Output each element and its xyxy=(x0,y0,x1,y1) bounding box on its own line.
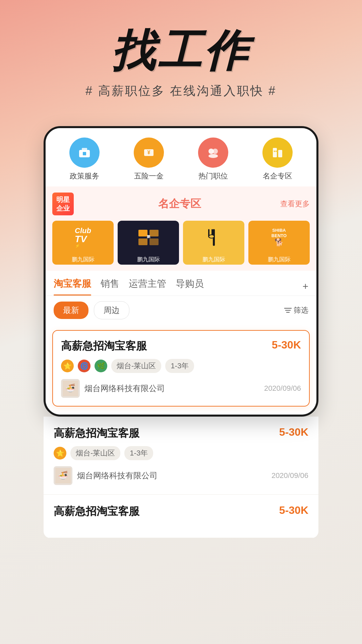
svg-point-21 xyxy=(209,235,214,238)
filter-label: 筛选 xyxy=(294,305,308,315)
highlighted-job-card[interactable]: 高薪急招淘宝客服 5-30K ⭐ 🌀 🌿 烟台-莱山区 1-3年 🍜 xyxy=(52,330,310,407)
company-info-highlight: 🍜 烟台网络科技有限公司 xyxy=(61,379,264,398)
featured-title: 名企专区 xyxy=(79,197,280,211)
hero-subtitle: # 高薪职位多 在线沟通入职快 # xyxy=(20,83,342,99)
svg-rect-12 xyxy=(138,230,147,236)
tab-taobao[interactable]: 淘宝客服 xyxy=(54,277,91,296)
job-date-2: 2020/09/06 xyxy=(272,471,308,480)
svg-text:🍜: 🍜 xyxy=(58,470,68,480)
job-title-2: 高薪急招淘宝客服 xyxy=(54,426,139,441)
job-salary-3: 5-30K xyxy=(279,504,308,517)
svg-rect-2 xyxy=(83,152,86,155)
job-tabs: 淘宝客服 销售 运营主管 导购员 + xyxy=(46,271,316,296)
job-card-3-top: 高薪急招淘宝客服 5-30K xyxy=(54,504,308,519)
company-name-4: 鹏九国际 xyxy=(248,254,310,265)
job-date-highlight: 2020/09/06 xyxy=(264,384,301,393)
category-label-famous: 名企专区 xyxy=(263,171,292,181)
company-logo-box-1: Club TV ⚡ xyxy=(52,221,114,254)
filter-screen-button[interactable]: 筛选 xyxy=(284,305,308,315)
job-experience-2: 1-3年 xyxy=(124,446,153,460)
tab-operations[interactable]: 运营主管 xyxy=(129,277,166,296)
company-logo-4[interactable]: SHIBA BENTO 🐕 鹏九国际 xyxy=(248,221,310,265)
category-label-hotjobs: 热门职位 xyxy=(198,171,228,181)
category-item-famous[interactable]: 名企专区 xyxy=(262,138,293,181)
svg-rect-15 xyxy=(149,238,159,245)
svg-rect-11 xyxy=(276,151,277,152)
svg-text:¥: ¥ xyxy=(147,150,150,155)
company-logo-1[interactable]: Club TV ⚡ 鹏九国际 xyxy=(52,221,114,265)
company-logo-box-4: SHIBA BENTO 🐕 xyxy=(248,221,310,254)
job-title-highlight: 高薪急招淘宝客服 xyxy=(61,339,147,354)
job-company-row-highlight: 🍜 烟台网络科技有限公司 2020/09/06 xyxy=(61,379,301,398)
svg-text:鹏: 鹏 xyxy=(146,235,150,238)
job-card-3[interactable]: 高薪急招淘宝客服 5-30K xyxy=(44,495,318,538)
company-logo-3[interactable]: 鹏九国际 xyxy=(183,221,244,265)
svg-point-6 xyxy=(213,149,218,154)
policy-icon xyxy=(69,138,100,168)
company-name-2: 鹏九国际 xyxy=(118,254,179,265)
svg-rect-14 xyxy=(138,238,147,245)
company-thumb-2: 🍜 xyxy=(54,466,72,485)
job-card-2[interactable]: 高薪急招淘宝客服 5-30K ⭐ 烟台-莱山区 1-3年 🍜 烟台网络科技有限公… xyxy=(44,417,318,495)
job-company-row-2: 🍜 烟台网络科技有限公司 2020/09/06 xyxy=(54,466,308,485)
category-item-policy[interactable]: 政策服务 xyxy=(69,138,100,181)
job-tags-2: ⭐ 烟台-莱山区 1-3年 xyxy=(54,446,308,460)
tag-face-icon: 🌀 xyxy=(78,360,90,372)
famous-icon xyxy=(262,138,293,168)
tab-sales[interactable]: 销售 xyxy=(101,277,119,296)
phone-mockup: 政策服务 ¥ 五险一金 热门职位 xyxy=(44,126,318,417)
svg-rect-10 xyxy=(274,151,275,152)
job-salary-highlight: 5-30K xyxy=(272,339,301,351)
svg-text:🍜: 🍜 xyxy=(65,383,75,393)
category-label-policy: 政策服务 xyxy=(70,171,99,181)
job-experience-highlight: 1-3年 xyxy=(165,359,194,373)
jobs-below-section: 高薪急招淘宝客服 5-30K ⭐ 烟台-莱山区 1-3年 🍜 烟台网络科技有限公… xyxy=(44,417,318,538)
filter-nearby-button[interactable]: 周边 xyxy=(94,301,129,319)
tab-add-icon[interactable]: + xyxy=(302,281,308,292)
company-name-2-text: 烟台网络科技有限公司 xyxy=(77,470,158,481)
featured-header: 明星 企业 名企专区 查看更多 xyxy=(52,193,310,215)
svg-rect-9 xyxy=(278,150,282,157)
company-name-1: 鹏九国际 xyxy=(52,254,114,265)
tag-star-icon: ⭐ xyxy=(61,360,74,372)
job-location-highlight: 烟台-莱山区 xyxy=(111,359,161,373)
category-label-insurance: 五险一金 xyxy=(134,171,164,181)
tag-badge-icon: 🌿 xyxy=(95,360,107,372)
job-card-top: 高薪急招淘宝客服 5-30K xyxy=(61,339,301,354)
job-card-2-top: 高薪急招淘宝客服 5-30K xyxy=(54,426,308,441)
svg-rect-1 xyxy=(82,148,87,151)
category-item-hotjobs[interactable]: 热门职位 xyxy=(198,138,228,181)
filter-latest-button[interactable]: 最新 xyxy=(54,302,88,319)
company-logo-2[interactable]: 鹏 鹏九国际 xyxy=(118,221,179,265)
hero-section: 找工作 # 高薪职位多 在线沟通入职快 # xyxy=(0,0,362,113)
company-thumb-highlight: 🍜 xyxy=(61,379,80,398)
job-tags-highlight: ⭐ 🌀 🌿 烟台-莱山区 1-3年 xyxy=(61,359,301,373)
tag-star-icon-2: ⭐ xyxy=(54,447,66,460)
company-name-highlight: 烟台网络科技有限公司 xyxy=(84,383,165,394)
see-more-link[interactable]: 查看更多 xyxy=(280,199,310,209)
category-item-insurance[interactable]: ¥ 五险一金 xyxy=(134,138,164,181)
club-tv-logo: Club TV ⚡ xyxy=(75,227,91,248)
hero-title: 找工作 xyxy=(20,27,342,75)
company-logo-box-2: 鹏 xyxy=(118,221,179,254)
job-title-3: 高薪急招淘宝客服 xyxy=(54,504,139,519)
company-info-2: 🍜 烟台网络科技有限公司 xyxy=(54,466,272,485)
company-name-3: 鹏九国际 xyxy=(183,254,244,265)
svg-rect-13 xyxy=(149,230,159,236)
insurance-icon: ¥ xyxy=(134,138,164,168)
company-logos-row: Club TV ⚡ 鹏九国际 鹏 xyxy=(52,221,310,265)
company-logo-box-3 xyxy=(183,221,244,254)
job-salary-2: 5-30K xyxy=(279,426,308,438)
svg-point-7 xyxy=(208,154,218,158)
hotjobs-icon xyxy=(198,138,228,168)
star-badge: 明星 企业 xyxy=(52,193,74,215)
tab-shopping[interactable]: 导购员 xyxy=(176,277,204,296)
job-location-2: 烟台-莱山区 xyxy=(70,446,120,460)
svg-rect-8 xyxy=(273,148,277,157)
filter-row: 最新 周边 筛选 xyxy=(46,296,316,325)
category-row: 政策服务 ¥ 五险一金 热门职位 xyxy=(46,128,316,186)
featured-section: 明星 企业 名企专区 查看更多 Club TV ⚡ 鹏九国际 xyxy=(46,186,316,271)
